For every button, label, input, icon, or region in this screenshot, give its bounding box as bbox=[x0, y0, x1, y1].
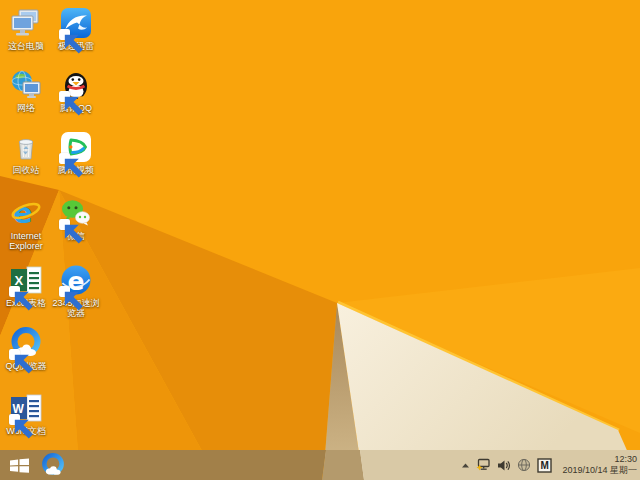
shortcut-arrow-icon bbox=[59, 91, 70, 102]
clock-date: 2019/10/14 星期一 bbox=[562, 465, 637, 476]
desktop-icon-qq-browser[interactable]: QQ浏览器 bbox=[0, 327, 52, 371]
desktop-icon-tencent-video[interactable]: 腾讯视频 bbox=[50, 131, 102, 175]
windows-logo-icon bbox=[10, 458, 29, 473]
thunder-speed-icon bbox=[60, 7, 92, 39]
icon-label: 网络 bbox=[0, 103, 52, 113]
shortcut-arrow-icon bbox=[59, 153, 70, 164]
desktop-icon-excel[interactable]: X Excel表格 bbox=[0, 264, 52, 308]
tencent-qq-icon bbox=[60, 69, 92, 101]
shortcut-arrow-icon bbox=[59, 29, 70, 40]
word-icon: W bbox=[10, 392, 42, 424]
desktop-icon-internet-explorer[interactable]: e Internet Explorer bbox=[0, 197, 52, 251]
svg-text:M: M bbox=[541, 460, 549, 471]
taskbar-pinned-qq-browser[interactable] bbox=[38, 450, 68, 480]
shortcut-arrow-icon bbox=[9, 286, 20, 297]
2345-browser-icon: e bbox=[60, 264, 92, 296]
shortcut-arrow-icon bbox=[59, 219, 70, 230]
input-sphere-icon[interactable] bbox=[517, 458, 531, 472]
wechat-icon bbox=[60, 197, 92, 229]
internet-explorer-icon: e bbox=[10, 197, 42, 229]
shortcut-arrow-icon bbox=[9, 349, 20, 360]
system-tray: M 12:30 2019/10/14 星期一 bbox=[461, 450, 637, 480]
desktop-icon-thunder-speed[interactable]: 极速迅雷 bbox=[50, 7, 102, 51]
this-pc-icon bbox=[10, 7, 42, 39]
shortcut-arrow-icon bbox=[59, 286, 70, 297]
desktop-icon-this-pc[interactable]: 这台电脑 bbox=[0, 7, 52, 51]
ime-mode-badge[interactable]: M bbox=[537, 458, 552, 473]
network-status-warning-icon[interactable] bbox=[476, 458, 491, 472]
tencent-video-icon bbox=[60, 131, 92, 163]
desktop-icon-tencent-qq[interactable]: 腾讯QQ bbox=[50, 69, 102, 113]
icon-label: 这台电脑 bbox=[0, 41, 52, 51]
icon-label: Internet Explorer bbox=[0, 231, 52, 251]
excel-icon: X bbox=[10, 264, 42, 296]
start-button[interactable] bbox=[4, 450, 34, 480]
recycle-bin-icon bbox=[10, 131, 42, 163]
desktop-icon-wechat[interactable]: 微信 bbox=[50, 197, 102, 241]
shortcut-arrow-icon bbox=[9, 414, 20, 425]
network-icon bbox=[10, 69, 42, 101]
hidden-icons-chevron[interactable] bbox=[461, 462, 470, 469]
clock-time: 12:30 bbox=[562, 454, 637, 465]
svg-text:e: e bbox=[13, 197, 33, 229]
desktop-icon-word[interactable]: W Word文档 bbox=[0, 392, 52, 436]
desktop-icon-network[interactable]: 网络 bbox=[0, 69, 52, 113]
desktop-icon-2345-browser[interactable]: e 2345加速浏 览器 bbox=[50, 264, 102, 318]
volume-icon[interactable] bbox=[497, 459, 511, 472]
qq-browser-icon bbox=[10, 327, 42, 359]
desktop-icon-recycle-bin[interactable]: 回收站 bbox=[0, 131, 52, 175]
taskbar: M 12:30 2019/10/14 星期一 bbox=[0, 450, 640, 480]
icon-label: 回收站 bbox=[0, 165, 52, 175]
qq-browser-icon bbox=[41, 453, 65, 477]
tray-clock[interactable]: 12:30 2019/10/14 星期一 bbox=[562, 454, 637, 476]
